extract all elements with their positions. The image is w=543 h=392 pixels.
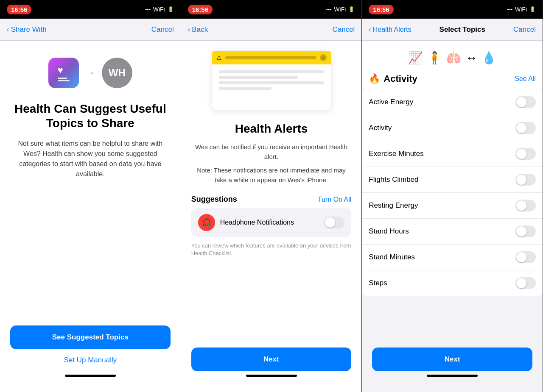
app-icons-row: ♥ → WH <box>48 58 132 88</box>
status-bar-3: 16:56 ▪▪▪ WiFi 🔋 <box>362 0 543 19</box>
status-icons-2: ▪▪▪ WiFi 🔋 <box>326 6 355 13</box>
nav-bar-1: ‹ Share With Cancel <box>0 19 181 41</box>
signal-icon: ▪▪▪ <box>145 6 151 12</box>
battery-icon: 🔋 <box>168 6 174 12</box>
back-label-2: Back <box>192 25 208 34</box>
battery-icon-3: 🔋 <box>529 6 536 12</box>
home-indicator-1 <box>65 375 116 377</box>
see-all-button[interactable]: See All <box>515 75 536 83</box>
arrow-right-icon: → <box>86 67 95 78</box>
chevron-left-icon-3: ‹ <box>369 26 371 33</box>
headphone-toggle[interactable] <box>324 217 344 228</box>
home-indicator-3 <box>427 375 478 377</box>
cancel-button-1[interactable]: Cancel <box>151 25 174 34</box>
nav-bar-3: ‹ Health Alerts Select Topics Cancel <box>362 19 543 41</box>
cancel-button-2[interactable]: Cancel <box>332 25 355 34</box>
resting-energy-toggle[interactable] <box>515 200 536 211</box>
alert-illustration: ⚠ ✕ <box>212 51 331 110</box>
see-suggested-topics-button[interactable]: See Suggested Topics <box>10 325 171 349</box>
activity-header: 🔥 Activity See All <box>362 73 543 89</box>
line-short <box>58 78 67 79</box>
screen1-footer: See Suggested Topics Set Up Manually <box>0 319 181 392</box>
active-energy-label: Active Energy <box>369 98 413 106</box>
back-button-2[interactable]: ‹ Back <box>188 25 208 34</box>
lines-symbol <box>58 78 70 81</box>
headphone-icon: 🎧 <box>198 214 215 231</box>
screen1-content: ♥ → WH Health Can Suggest Useful Topics … <box>0 41 181 319</box>
warning-icon: ⚠ <box>216 54 222 61</box>
activity-section-label: Activity <box>383 73 417 84</box>
wifi-icon-3: WiFi <box>515 6 527 13</box>
screen2-footer: Next <box>181 341 362 392</box>
screen1-body: Not sure what items can be helpful to sh… <box>10 139 171 179</box>
screen2-content: ⚠ ✕ Health Alerts Wes can be notified if… <box>181 41 362 341</box>
chevron-left-icon: ‹ <box>7 25 9 34</box>
alert-line-3 <box>219 81 324 84</box>
stand-minutes-toggle[interactable] <box>515 251 536 263</box>
line-medium <box>58 80 70 81</box>
activity-title-row: 🔥 Activity <box>369 73 417 84</box>
exercise-minutes-toggle[interactable] <box>515 148 536 160</box>
turn-on-all-button[interactable]: Turn On All <box>318 196 351 203</box>
headphone-suggestion-item: 🎧 Headphone Notifications <box>191 208 352 237</box>
status-bar-2: 16:56 ▪▪▪ WiFi 🔋 <box>181 0 362 19</box>
avatar-wh: WH <box>102 58 132 88</box>
wifi-icon-2: WiFi <box>334 6 346 13</box>
screen2-note: Note: These notifications are not immedi… <box>191 166 352 185</box>
flights-climbed-label: Flights Climbed <box>369 175 418 184</box>
active-energy-toggle[interactable] <box>515 96 536 108</box>
table-row: Stand Hours <box>362 219 543 245</box>
suggestion-footnote: You can review which features are availa… <box>191 242 352 257</box>
next-button-2[interactable]: Next <box>191 348 352 371</box>
back-health-alerts[interactable]: ‹ Health Alerts <box>369 26 411 33</box>
health-app-icon: ♥ <box>48 58 79 88</box>
steps-toggle[interactable] <box>515 277 536 289</box>
alert-body-lines <box>219 70 324 90</box>
resting-energy-label: Resting Energy <box>369 201 418 210</box>
status-icons-1: ▪▪▪ WiFi 🔋 <box>145 6 174 13</box>
fire-icon: 🔥 <box>369 73 380 84</box>
cancel-button-3[interactable]: Cancel <box>513 25 536 34</box>
screen-3: 16:56 ▪▪▪ WiFi 🔋 ‹ Health Alerts Select … <box>362 0 543 392</box>
stand-minutes-label: Stand Minutes <box>369 253 415 261</box>
lungs-icon: 🫁 <box>446 51 461 65</box>
table-row: Steps <box>362 270 543 296</box>
screen3-nav-title: Select Topics <box>439 25 485 34</box>
screen3-content: 📈 🧍 🫁 ↔ 💧 🔥 Activity See All Active Ener… <box>362 41 543 341</box>
table-row: Exercise Minutes <box>362 141 543 167</box>
next-button-3[interactable]: Next <box>372 348 532 371</box>
arrows-icon: ↔ <box>465 51 477 65</box>
activity-toggle[interactable] <box>515 122 536 134</box>
back-share-with[interactable]: ‹ Share With <box>7 25 47 34</box>
person-icon: 🧍 <box>427 51 442 65</box>
status-time-3: 16:56 <box>369 5 393 14</box>
table-row: Resting Energy <box>362 193 543 219</box>
table-row: Activity <box>362 115 543 141</box>
screen1-title: Health Can Suggest Useful Topics to Shar… <box>10 102 171 130</box>
table-row: Flights Climbed <box>362 167 543 193</box>
heart-icon: ♥ <box>58 65 63 76</box>
suggestion-name: Headphone Notifications <box>220 219 294 226</box>
suggestions-label: Suggestions <box>191 195 237 204</box>
suggestions-header: Suggestions Turn On All <box>191 195 352 204</box>
table-row: Stand Minutes <box>362 245 543 270</box>
heart-rate-icon: 📈 <box>408 51 423 65</box>
nav-bar-2: ‹ Back Cancel <box>181 19 362 41</box>
activity-toggle-list: Active Energy Activity Exercise Minutes … <box>362 89 543 296</box>
flights-climbed-toggle[interactable] <box>515 174 536 186</box>
status-icons-3: ▪▪▪ WiFi 🔋 <box>507 6 536 13</box>
set-up-manually-button[interactable]: Set Up Manually <box>64 356 117 364</box>
screen2-description: Wes can be notified if you receive an im… <box>191 142 352 161</box>
parent-nav-label: Health Alerts <box>373 26 411 33</box>
signal-icon-2: ▪▪▪ <box>326 6 332 12</box>
suggestion-left: 🎧 Headphone Notifications <box>198 214 294 231</box>
screen3-footer: Next <box>362 341 543 392</box>
exercise-minutes-label: Exercise Minutes <box>369 150 423 158</box>
alert-title-bar <box>225 56 316 59</box>
drops-icon: 💧 <box>481 51 496 65</box>
wifi-icon: WiFi <box>153 6 165 13</box>
alert-close-icon: ✕ <box>320 54 327 61</box>
signal-icon-3: ▪▪▪ <box>507 6 512 12</box>
stand-hours-toggle[interactable] <box>515 225 536 237</box>
screen-1: 16:56 ▪▪▪ WiFi 🔋 ‹ Share With Cancel ♥ <box>0 0 181 392</box>
